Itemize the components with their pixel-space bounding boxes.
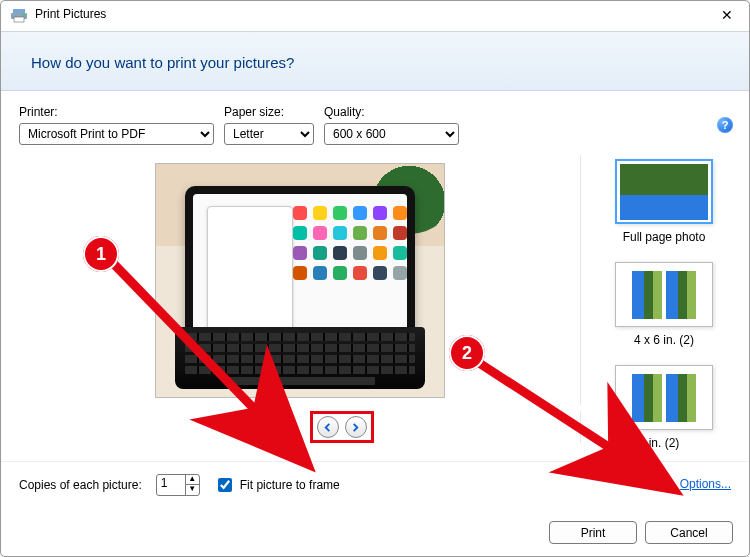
paper-size-label: Paper size:	[224, 105, 314, 119]
chevron-right-icon	[351, 423, 360, 432]
layout-label: Full page photo	[623, 230, 706, 244]
chevron-left-icon	[323, 423, 332, 432]
preview-canvas	[19, 155, 581, 405]
help-icon[interactable]: ?	[717, 117, 733, 133]
titlebar: Print Pictures ✕	[1, 1, 749, 31]
bottom-bar: Copies of each picture: 1 ▲ ▼ Fit pictur…	[1, 461, 749, 497]
layout-option[interactable]: in. (2)	[589, 365, 739, 450]
preview-pane: 3 of 4 pages	[19, 155, 589, 455]
cancel-button[interactable]: Cancel	[645, 521, 733, 544]
svg-rect-2	[14, 17, 24, 22]
toolbar: Printer: Microsoft Print to PDF Paper si…	[1, 91, 749, 151]
copies-label: Copies of each picture:	[19, 478, 142, 492]
layout-option[interactable]: 4 x 6 in. (2)	[589, 262, 739, 347]
print-pictures-dialog: Print Pictures ✕ How do you want to prin…	[0, 0, 750, 557]
window-title: Print Pictures	[35, 7, 106, 21]
quality-label: Quality:	[324, 105, 459, 119]
annotation-highlight-box	[310, 411, 374, 443]
fit-label: Fit picture to frame	[240, 478, 340, 492]
layout-label: 4 x 6 in. (2)	[634, 333, 694, 347]
preview-image	[155, 163, 445, 398]
print-button[interactable]: Print	[549, 521, 637, 544]
layout-label: in. (2)	[649, 436, 680, 450]
copies-value: 1	[161, 476, 168, 490]
layout-list[interactable]: Full page photo4 x 6 in. (2)in. (2)	[589, 155, 749, 455]
options-link[interactable]: Options...	[680, 477, 731, 491]
printer-icon	[11, 9, 27, 23]
prev-page-button[interactable]	[317, 416, 339, 438]
dialog-buttons: Print Cancel	[549, 521, 733, 544]
pager: 3 of 4 pages	[19, 411, 581, 443]
close-button[interactable]: ✕	[713, 5, 741, 25]
page-indicator: 3 of 4 pages	[225, 420, 291, 434]
svg-point-3	[23, 14, 25, 16]
layout-option[interactable]: Full page photo	[589, 159, 739, 244]
copies-down-button[interactable]: ▼	[185, 485, 199, 495]
quality-select[interactable]: 600 x 600	[324, 123, 459, 145]
fit-to-frame[interactable]: Fit picture to frame	[214, 475, 340, 495]
fit-checkbox[interactable]	[218, 478, 232, 492]
printer-label: Printer:	[19, 105, 214, 119]
annotation-badge-2: 2	[449, 335, 485, 371]
next-page-button[interactable]	[345, 416, 367, 438]
annotation-badge-1: 1	[83, 236, 119, 272]
banner: How do you want to print your pictures?	[1, 31, 749, 91]
printer-select[interactable]: Microsoft Print to PDF	[19, 123, 214, 145]
paper-size-select[interactable]: Letter	[224, 123, 314, 145]
copies-spinner[interactable]: 1 ▲ ▼	[156, 474, 200, 496]
svg-rect-0	[13, 9, 25, 13]
banner-heading: How do you want to print your pictures?	[31, 54, 294, 71]
body: 3 of 4 pages Full page photo4 x 6 in. (2…	[1, 155, 749, 455]
